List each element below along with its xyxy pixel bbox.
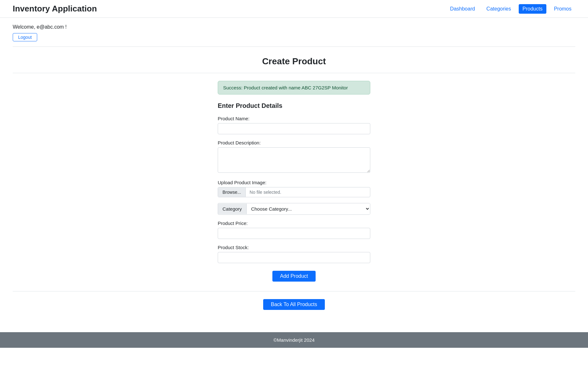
logout-button[interactable]: Logout bbox=[13, 33, 37, 41]
category-row: Category Choose Category... bbox=[218, 203, 370, 215]
success-message-text: Success: Product created with name ABC 2… bbox=[223, 85, 348, 90]
success-alert: Success: Product created with name ABC 2… bbox=[218, 81, 370, 94]
footer: ©Manvinderjit 2024 bbox=[0, 332, 588, 348]
bottom-divider bbox=[13, 291, 575, 291]
product-price-group: Product Price: bbox=[218, 220, 370, 239]
upload-image-group: Upload Product Image: Browse... No file … bbox=[218, 180, 370, 197]
upload-image-label: Upload Product Image: bbox=[218, 180, 370, 185]
product-description-label: Product Description: bbox=[218, 140, 370, 145]
product-name-label: Product Name: bbox=[218, 116, 370, 121]
file-input-wrapper: Browse... No file selected. bbox=[218, 187, 370, 197]
product-description-input[interactable] bbox=[218, 147, 370, 173]
footer-text: ©Manvinderjit 2024 bbox=[273, 337, 314, 343]
nav-products[interactable]: Products bbox=[519, 4, 546, 14]
back-to-products-button[interactable]: Back To All Products bbox=[263, 299, 325, 310]
header: Inventory Application Dashboard Categori… bbox=[0, 0, 588, 18]
nav-promos[interactable]: Promos bbox=[550, 4, 575, 14]
product-description-group: Product Description: bbox=[218, 140, 370, 174]
product-name-input[interactable] bbox=[218, 123, 370, 134]
browse-button[interactable]: Browse... bbox=[218, 187, 246, 197]
product-stock-label: Product Stock: bbox=[218, 245, 370, 250]
category-group: Category Choose Category... bbox=[218, 203, 370, 215]
form-section-title: Enter Product Details bbox=[218, 102, 370, 109]
user-section: Welcome, e@abc.com ! Logout bbox=[0, 18, 588, 46]
form-container: Enter Product Details Product Name: Prod… bbox=[218, 102, 370, 282]
title-divider bbox=[13, 73, 575, 73]
product-name-group: Product Name: bbox=[218, 116, 370, 134]
nav-categories[interactable]: Categories bbox=[482, 4, 515, 14]
file-name-display: No file selected. bbox=[246, 187, 370, 197]
product-stock-group: Product Stock: bbox=[218, 245, 370, 263]
main-content: Create Product Success: Product created … bbox=[0, 47, 588, 319]
category-select[interactable]: Choose Category... bbox=[247, 203, 370, 214]
app-title: Inventory Application bbox=[13, 4, 97, 14]
product-price-input[interactable] bbox=[218, 228, 370, 239]
nav-dashboard[interactable]: Dashboard bbox=[446, 4, 479, 14]
main-nav: Dashboard Categories Products Promos bbox=[446, 4, 575, 14]
product-price-label: Product Price: bbox=[218, 220, 370, 226]
page-title: Create Product bbox=[13, 56, 575, 66]
add-product-button[interactable]: Add Product bbox=[272, 271, 316, 282]
product-stock-input[interactable] bbox=[218, 252, 370, 263]
bottom-section: Back To All Products bbox=[13, 291, 575, 310]
welcome-message: Welcome, e@abc.com ! bbox=[13, 24, 575, 30]
category-badge: Category bbox=[218, 204, 247, 214]
